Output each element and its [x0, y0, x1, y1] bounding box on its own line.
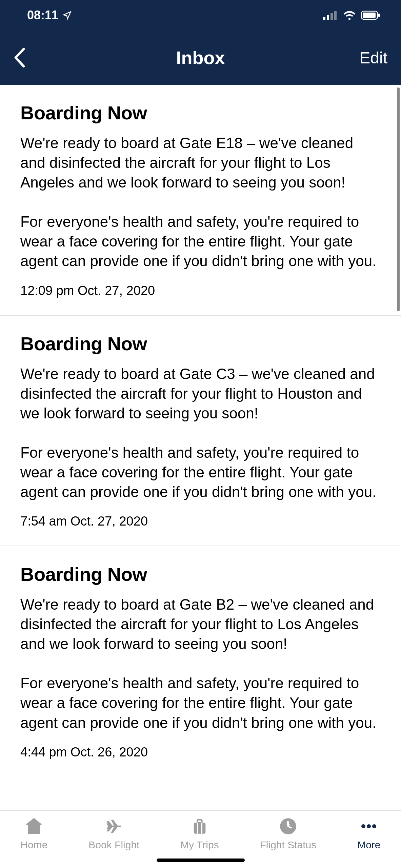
tab-label: More	[357, 839, 380, 851]
message-title: Boarding Now	[20, 333, 381, 355]
luggage-icon	[189, 817, 210, 836]
status-time: 08:11	[27, 8, 58, 22]
message-body: We're ready to board at Gate B2 – we've …	[20, 595, 381, 733]
svg-rect-7	[194, 823, 206, 834]
message-timestamp: 4:44 pm Oct. 26, 2020	[20, 745, 381, 760]
inbox-message[interactable]: Boarding NowWe're ready to board at Gate…	[0, 85, 401, 316]
svg-rect-3	[334, 11, 337, 20]
svg-rect-6	[378, 14, 380, 17]
scroll-indicator	[397, 87, 400, 311]
message-title: Boarding Now	[20, 563, 381, 585]
message-timestamp: 12:09 pm Oct. 27, 2020	[20, 283, 381, 298]
cellular-signal-icon	[323, 11, 338, 20]
tab-more[interactable]: More	[357, 817, 380, 851]
inbox-message[interactable]: Boarding NowWe're ready to board at Gate…	[0, 316, 401, 547]
clock-icon: L	[277, 817, 299, 836]
svg-point-13	[361, 824, 365, 828]
tab-my-trips[interactable]: My Trips	[180, 817, 219, 851]
tab-home[interactable]: Home	[20, 817, 47, 851]
status-time-area: 08:11	[27, 8, 72, 22]
svg-point-15	[372, 824, 376, 828]
more-icon	[358, 817, 380, 836]
tab-label: Flight Status	[260, 839, 317, 851]
tab-label: My Trips	[180, 839, 219, 851]
svg-point-14	[367, 824, 371, 828]
home-icon	[23, 817, 45, 836]
page-title: Inbox	[176, 47, 225, 68]
tab-flight-status[interactable]: L Flight Status	[260, 817, 317, 851]
message-timestamp: 7:54 am Oct. 27, 2020	[20, 514, 381, 529]
tab-label: Home	[20, 839, 47, 851]
location-arrow-icon	[62, 11, 72, 20]
nav-bar: Inbox Edit	[0, 31, 401, 85]
status-indicators	[323, 11, 381, 20]
svg-rect-2	[330, 13, 333, 20]
wifi-icon	[343, 11, 356, 20]
svg-rect-8	[197, 820, 202, 823]
svg-rect-1	[327, 15, 329, 20]
status-bar: 08:11	[0, 0, 401, 31]
home-indicator[interactable]	[157, 859, 245, 862]
inbox-message[interactable]: Boarding NowWe're ready to board at Gate…	[0, 546, 401, 776]
battery-icon	[361, 11, 381, 20]
plane-icon	[103, 817, 125, 836]
edit-button[interactable]: Edit	[359, 48, 387, 67]
message-body: We're ready to board at Gate E18 – we've…	[20, 133, 381, 271]
svg-rect-5	[363, 13, 376, 18]
tab-book-flight[interactable]: Book Flight	[88, 817, 139, 851]
message-title: Boarding Now	[20, 102, 381, 124]
tab-bar: Home Book Flight My Trips L Flight Statu…	[0, 810, 401, 868]
back-button[interactable]	[14, 48, 34, 67]
inbox-content[interactable]: Boarding NowWe're ready to board at Gate…	[0, 85, 401, 810]
message-body: We're ready to board at Gate C3 – we've …	[20, 364, 381, 502]
svg-rect-0	[323, 17, 325, 20]
svg-text:L: L	[286, 820, 290, 826]
tab-label: Book Flight	[88, 839, 139, 851]
